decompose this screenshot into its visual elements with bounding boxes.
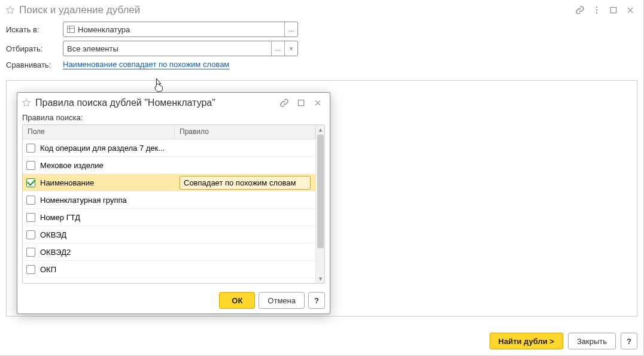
row-checkbox[interactable] (26, 161, 35, 170)
col-rule[interactable]: Правило (175, 125, 315, 139)
filter-value: Все элементы (67, 44, 119, 53)
search-in-picker[interactable]: Номенклатура ... (63, 22, 298, 37)
row-checkbox[interactable] (26, 265, 35, 274)
close-button[interactable]: Закрыть (568, 333, 616, 349)
link-icon[interactable] (277, 96, 291, 110)
row-checkbox[interactable] (26, 196, 35, 205)
ok-button[interactable]: ОК (219, 292, 255, 309)
row-field-label: Номенклатурная группа (40, 196, 127, 205)
link-icon[interactable] (573, 3, 587, 17)
window-title: Поиск и удаление дублей (19, 4, 573, 16)
filter-label: Отбирать: (6, 44, 63, 53)
cancel-button[interactable]: Отмена (259, 292, 305, 309)
compare-label: Сравнивать: (6, 60, 63, 69)
row-field-label: Наименование (40, 178, 94, 187)
row-field-label: ОКВЭД2 (40, 248, 71, 257)
svg-point-2 (596, 13, 597, 14)
svg-point-1 (596, 10, 597, 11)
scroll-up-icon[interactable]: ▲ (316, 125, 325, 134)
rules-grid: Поле Правило Код операции для раздела 7 … (22, 124, 325, 284)
filter-ellipsis-button[interactable]: ... (271, 41, 284, 56)
filter-picker[interactable]: Все элементы ... × (63, 41, 298, 56)
close-icon[interactable] (311, 96, 325, 110)
help-button[interactable]: ? (621, 333, 637, 349)
row-field-label: ОКВЭД (40, 230, 66, 239)
more-menu-icon[interactable] (590, 3, 604, 17)
bottom-bar: Найти дубли > Закрыть ? (0, 333, 643, 349)
svg-rect-3 (610, 7, 616, 13)
table-row[interactable]: Меховое изделие (23, 157, 315, 174)
row-checkbox[interactable] (26, 230, 35, 239)
favorite-star-icon[interactable] (21, 98, 32, 108)
filter-clear-button[interactable]: × (284, 41, 297, 56)
row-rule-value (175, 139, 315, 156)
row-field-label: Номер ГТД (40, 213, 80, 222)
row-rule-value (175, 261, 315, 278)
svg-rect-4 (298, 100, 303, 105)
maximize-icon[interactable] (294, 96, 308, 110)
table-row[interactable]: ОКВЭД (23, 226, 315, 244)
rules-label: Правила поиска: (22, 113, 325, 122)
form-area: Искать в: Номенклатура ... Отбирать: Все… (0, 20, 643, 79)
search-in-ellipsis-button[interactable]: ... (284, 22, 297, 36)
row-checkbox[interactable] (26, 248, 35, 257)
dialog-title: Правила поиска дублей "Номенклатура" (35, 98, 277, 108)
table-row[interactable]: Код операции для раздела 7 дек... (23, 139, 315, 157)
search-in-value: Номенклатура (78, 25, 130, 34)
row-checkbox[interactable] (26, 144, 35, 153)
row-rule-value (175, 209, 315, 226)
search-in-label: Искать в: (6, 25, 63, 34)
titlebar: Поиск и удаление дублей (0, 0, 643, 20)
find-duplicates-button[interactable]: Найти дубли > (490, 333, 563, 349)
close-icon[interactable] (623, 3, 637, 17)
grid-header: Поле Правило (23, 125, 315, 139)
table-row[interactable]: НаименованиеСовпадает по похожим словам (23, 174, 315, 191)
row-checkbox[interactable] (26, 213, 35, 222)
maximize-icon[interactable] (606, 3, 621, 17)
table-row[interactable]: Номенклатурная группа (23, 191, 315, 209)
row-field-label: Меховое изделие (40, 161, 104, 170)
favorite-star-icon[interactable] (5, 5, 16, 16)
table-row[interactable]: ОКП (23, 261, 315, 278)
row-checkbox[interactable] (26, 178, 35, 187)
row-rule-value (175, 226, 315, 243)
row-field-label: Код операции для раздела 7 дек... (40, 144, 165, 153)
row-rule-value[interactable]: Совпадает по похожим словам (180, 176, 311, 190)
svg-point-0 (596, 7, 597, 8)
col-field[interactable]: Поле (23, 125, 175, 139)
compare-link[interactable]: Наименование совпадает по похожим словам (63, 60, 229, 69)
scroll-down-icon[interactable]: ▼ (316, 274, 325, 283)
scroll-thumb[interactable] (317, 135, 324, 248)
row-rule-value (175, 191, 315, 208)
rules-dialog: Правила поиска дублей "Номенклатура" Пра… (17, 92, 330, 314)
dialog-help-button[interactable]: ? (308, 292, 325, 309)
table-row[interactable]: Номер ГТД (23, 209, 315, 226)
table-icon (67, 26, 75, 33)
row-field-label: ОКП (40, 265, 56, 274)
row-rule-value (175, 157, 315, 174)
scrollbar[interactable]: ▲ ▼ (315, 125, 324, 283)
table-row[interactable]: ОКВЭД2 (23, 244, 315, 261)
row-rule-value (175, 244, 315, 260)
